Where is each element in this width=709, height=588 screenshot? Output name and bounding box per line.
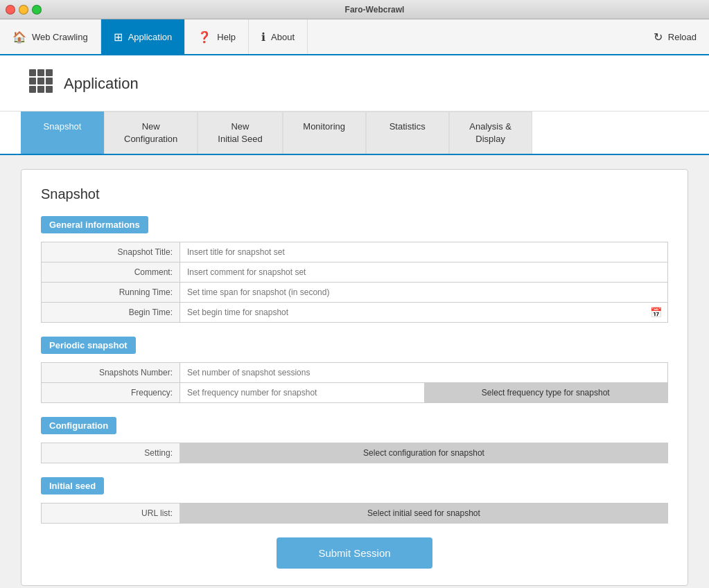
tab-monitoring[interactable]: Monitoring bbox=[283, 112, 366, 154]
svg-rect-7 bbox=[37, 86, 44, 93]
running-time-input[interactable] bbox=[180, 283, 667, 302]
top-navigation: 🏠 Web Crawling ⊞ Application ❓ Help ℹ Ab… bbox=[0, 19, 709, 55]
tab-snapshot[interactable]: Snapshot bbox=[21, 112, 104, 154]
svg-rect-5 bbox=[46, 78, 53, 84]
general-info-table: Snapshot Title: Comment: Running Time: B… bbox=[41, 242, 668, 323]
tab-statistics[interactable]: Statistics bbox=[366, 112, 449, 154]
begin-time-cell: 📅 bbox=[180, 303, 668, 323]
table-row: Setting: Select configuration for snapsh… bbox=[42, 443, 668, 463]
snapshot-title-label: Snapshot Title: bbox=[42, 242, 180, 262]
reload-icon: ↻ bbox=[654, 30, 663, 44]
url-list-cell: Select initial seed for snapshot bbox=[180, 504, 668, 524]
reload-label: Reload bbox=[668, 32, 697, 42]
select-initial-seed-button[interactable]: Select initial seed for snapshot bbox=[180, 504, 667, 523]
frequency-input[interactable] bbox=[180, 383, 424, 402]
svg-rect-6 bbox=[29, 86, 36, 93]
nav-web-crawling-label: Web Crawling bbox=[32, 32, 88, 42]
submit-area: Submit Session bbox=[41, 537, 668, 569]
application-icon bbox=[28, 68, 54, 100]
comment-label: Comment: bbox=[42, 262, 180, 283]
initial-seed-table: URL list: Select initial seed for snapsh… bbox=[41, 503, 668, 524]
setting-cell: Select configuration for snapshot bbox=[180, 443, 668, 463]
tab-new-initial-seed[interactable]: NewInitial Seed bbox=[198, 112, 282, 154]
frequency-type-select[interactable]: Select frequency type for snapshot bbox=[424, 383, 668, 402]
nav-help[interactable]: ❓ Help bbox=[185, 19, 249, 54]
nav-about-label: About bbox=[271, 32, 295, 42]
table-row: Running Time: bbox=[42, 283, 668, 303]
periodic-snapshot-table: Snapshots Number: Frequency: Select freq… bbox=[41, 362, 668, 403]
snapshots-number-label: Snapshots Number: bbox=[42, 363, 180, 383]
comment-input[interactable] bbox=[180, 262, 667, 282]
info-icon: ℹ bbox=[261, 30, 265, 44]
snapshots-number-input[interactable] bbox=[180, 363, 667, 382]
setting-label: Setting: bbox=[42, 443, 180, 463]
snapshot-panel: Snapshot General informations Snapshot T… bbox=[21, 169, 688, 586]
help-icon: ❓ bbox=[198, 30, 211, 44]
close-button[interactable] bbox=[6, 5, 15, 15]
nav-help-label: Help bbox=[217, 32, 236, 42]
grid-icon: ⊞ bbox=[114, 30, 123, 44]
maximize-button[interactable] bbox=[32, 5, 42, 15]
frequency-cell: Select frequency type for snapshot bbox=[180, 383, 668, 403]
table-row: Snapshot Title: bbox=[42, 242, 668, 262]
svg-rect-4 bbox=[37, 78, 44, 84]
page-title: Application bbox=[64, 75, 139, 93]
comment-cell bbox=[180, 262, 668, 283]
submit-session-button[interactable]: Submit Session bbox=[277, 537, 432, 569]
tabs-bar: Snapshot NewConfiguration NewInitial See… bbox=[0, 112, 709, 155]
snapshot-title-input[interactable] bbox=[180, 242, 667, 262]
window-title: Faro-Webcrawl bbox=[46, 5, 703, 15]
select-configuration-button[interactable]: Select configuration for snapshot bbox=[180, 443, 667, 463]
running-time-label: Running Time: bbox=[42, 283, 180, 303]
window-controls[interactable] bbox=[6, 5, 42, 15]
begin-time-input[interactable] bbox=[180, 303, 645, 322]
table-row: URL list: Select initial seed for snapsh… bbox=[42, 504, 668, 524]
nav-application[interactable]: ⊞ Application bbox=[101, 19, 186, 54]
home-icon: 🏠 bbox=[12, 30, 26, 44]
svg-rect-8 bbox=[46, 86, 53, 93]
nav-about[interactable]: ℹ About bbox=[249, 19, 308, 54]
table-row: Begin Time: 📅 bbox=[42, 303, 668, 323]
url-list-label: URL list: bbox=[42, 504, 180, 524]
svg-rect-1 bbox=[37, 69, 44, 76]
snapshot-panel-title: Snapshot bbox=[41, 186, 668, 202]
nav-application-label: Application bbox=[128, 32, 173, 42]
configuration-header: Configuration bbox=[41, 417, 116, 434]
svg-rect-2 bbox=[46, 69, 53, 76]
minimize-button[interactable] bbox=[19, 5, 28, 15]
initial-seed-header: Initial seed bbox=[41, 477, 104, 495]
titlebar: Faro-Webcrawl bbox=[0, 0, 709, 19]
nav-web-crawling[interactable]: 🏠 Web Crawling bbox=[0, 19, 101, 54]
svg-rect-0 bbox=[29, 69, 36, 76]
reload-button[interactable]: ↻ Reload bbox=[641, 19, 709, 54]
running-time-cell bbox=[180, 283, 668, 303]
page-header: Application bbox=[0, 55, 709, 112]
table-row: Frequency: Select frequency type for sna… bbox=[42, 383, 668, 403]
main-content: Snapshot General informations Snapshot T… bbox=[0, 155, 709, 588]
snapshot-title-cell bbox=[180, 242, 668, 262]
tab-new-configuration[interactable]: NewConfiguration bbox=[104, 112, 198, 154]
tab-analysis-display[interactable]: Analysis &Display bbox=[449, 112, 532, 154]
periodic-snapshot-header: Periodic snapshot bbox=[41, 337, 136, 354]
frequency-label: Frequency: bbox=[42, 383, 180, 403]
begin-time-label: Begin Time: bbox=[42, 303, 180, 323]
calendar-icon[interactable]: 📅 bbox=[645, 307, 667, 318]
table-row: Snapshots Number: bbox=[42, 363, 668, 383]
general-info-header: General informations bbox=[41, 216, 148, 233]
configuration-table: Setting: Select configuration for snapsh… bbox=[41, 443, 668, 463]
table-row: Comment: bbox=[42, 262, 668, 283]
svg-rect-3 bbox=[29, 78, 36, 84]
snapshots-number-cell bbox=[180, 363, 668, 383]
